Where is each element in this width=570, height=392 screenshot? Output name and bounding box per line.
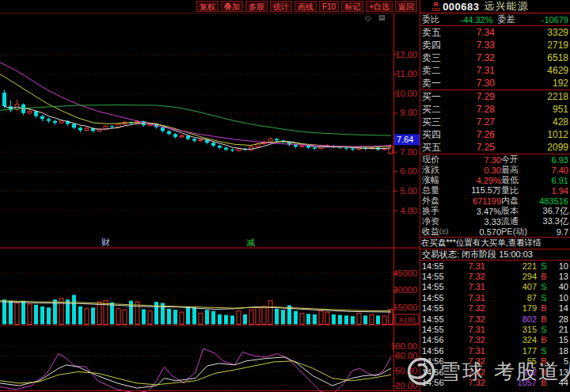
bid-row[interactable]: 买二7.28951 [420, 103, 570, 116]
ask-row[interactable]: 卖四7.332719 [420, 39, 570, 51]
tape-row[interactable]: 14:557.3187S10 [420, 292, 570, 303]
svg-text:5.00: 5.00 [401, 186, 417, 196]
svg-text:50.00: 50.00 [395, 366, 417, 375]
tick-trade-list[interactable]: 14:557.31221S1014:557.32294B1314:557.314… [420, 261, 570, 392]
svg-text:20.00: 20.00 [395, 381, 417, 390]
ask-levels: 卖五7.343329卖四7.332719卖三7.326518卖二7.314629… [420, 26, 570, 90]
diamond-marker-icon[interactable]: ◇ [365, 14, 371, 22]
tape-count: 13 [551, 367, 568, 377]
big-order-notice-link[interactable]: 在买盘***位置有大买单,查看详情 [420, 238, 570, 249]
bid-row-label: 买三 [422, 116, 450, 129]
tape-row[interactable]: 14:567.321057B44 [420, 377, 570, 387]
ask-row-qty: 4629 [495, 65, 568, 76]
bid-row-price: 7.27 [450, 116, 495, 127]
quote-label: PE(动) [501, 226, 527, 238]
svg-text:11.00: 11.00 [396, 69, 417, 78]
svg-text:财: 财 [101, 238, 110, 247]
candles-layer [2, 89, 393, 154]
tape-row[interactable]: 14:567.31177S18 [420, 345, 570, 356]
bid-row-price: 7.29 [450, 91, 495, 102]
weicha-value: -10679 [515, 15, 569, 25]
tape-price: 7.31 [450, 346, 485, 356]
adjust-price-button[interactable]: 复权 [196, 1, 218, 12]
tape-row[interactable]: 14:557.32802B28 [420, 314, 570, 324]
bid-row[interactable]: 买四7.261012 [420, 128, 570, 141]
ask-row-label: 卖一 [422, 77, 450, 90]
weibi-label: 委比 [422, 13, 439, 25]
statistics-button[interactable]: 统计 [270, 1, 292, 12]
overlay-button[interactable]: 叠加 [221, 1, 243, 12]
svg-text:7.64: 7.64 [397, 135, 413, 144]
ask-row-price: 7.33 [450, 40, 495, 51]
tape-volume: 324 [485, 335, 537, 344]
tape-row[interactable]: 14:557.31221S10 [420, 261, 570, 271]
tape-volume: 177 [485, 346, 537, 356]
tape-row[interactable]: 14:557.31407S40 [420, 282, 570, 292]
stock-header[interactable]: R 1000 000683 远兴能源 [420, 0, 570, 13]
f10-info-button[interactable]: F10 [319, 1, 339, 12]
bid-row-price: 7.28 [450, 104, 495, 115]
ask-row-price: 7.31 [450, 65, 495, 76]
svg-text:80.00: 80.00 [395, 351, 417, 360]
tape-time: 14:55 [422, 261, 450, 271]
bid-row[interactable]: 买三7.27428 [420, 116, 570, 128]
tape-price: 7.32 [450, 272, 485, 281]
tape-row[interactable]: 14:567.32324B15 [420, 335, 570, 345]
draw-line-button[interactable]: 画线 [294, 1, 317, 12]
ask-row[interactable]: 卖一7.30192 [420, 77, 570, 89]
ask-row-qty: 2719 [495, 40, 568, 51]
tape-direction: B [537, 335, 551, 344]
tape-direction: S [537, 261, 551, 271]
tape-row[interactable]: 14:567.32302B13 [420, 367, 570, 377]
ask-row[interactable]: 卖二7.314629 [420, 64, 570, 77]
tape-row[interactable]: 14:557.32294B13 [420, 271, 570, 281]
kline-chart[interactable]: 12.0011.0010.009.007.006.005.004.00财减7.6… [0, 0, 420, 392]
back-button[interactable]: 返回 [395, 1, 417, 12]
tape-count: 10 [551, 293, 568, 303]
tape-row[interactable]: 14:557.31315S21 [420, 324, 570, 334]
ma-lines-layer [0, 63, 391, 150]
bid-row[interactable]: 买五7.252099 [420, 141, 570, 154]
quote-summary-grid: 现价7.30今开6.93涨跌0.30最高7.40涨幅4.29%最低6.91总量1… [420, 154, 570, 238]
tape-price: 7.32 [450, 303, 485, 313]
note-marker-icon[interactable]: ▤ [378, 13, 386, 21]
tape-direction: B [537, 272, 551, 281]
stock-name: 远兴能源 [484, 0, 529, 13]
tape-time: 14:55 [422, 325, 450, 334]
ask-row[interactable]: 卖三7.326518 [420, 51, 570, 64]
tape-time: 14:55 [422, 293, 450, 303]
quote-pair: PE(动)9.7 [501, 226, 568, 238]
tape-volume: 179 [485, 303, 537, 313]
quote-panel: R 1000 000683 远兴能源 委比 -44.32% 委差 -10679 … [420, 0, 570, 392]
bid-row[interactable]: 买一7.292218 [420, 90, 570, 103]
tape-row[interactable]: 14:567.3255B5 [420, 356, 570, 367]
bid-row-qty: 1012 [495, 129, 568, 140]
svg-text:100.00: 100.00 [390, 341, 417, 351]
chart-pane: 12.0011.0010.009.007.006.005.004.00财减7.6… [0, 0, 420, 392]
tape-price: 7.32 [450, 367, 485, 377]
tape-volume: 315 [485, 325, 537, 334]
multi-stock-button[interactable]: 多股 [245, 1, 268, 12]
svg-text:45000: 45000 [393, 268, 417, 278]
quote-value: 3.47% [439, 207, 501, 216]
ask-row-label: 卖五 [422, 26, 450, 40]
trading-status-row: 交易状态: 闭市阶段 15:00:03 [420, 249, 570, 261]
add-watchlist-button[interactable]: +自选 [366, 1, 393, 12]
bid-row-price: 7.26 [450, 129, 495, 140]
ask-row[interactable]: 卖五7.343329 [420, 26, 570, 39]
bid-row-qty: 951 [495, 104, 568, 115]
tape-row[interactable]: 14:557.32179B14 [420, 303, 570, 314]
quote-value: 7.30 [439, 155, 501, 165]
tape-count: 28 [551, 314, 568, 324]
tape-price: 7.32 [450, 356, 485, 366]
ask-row-label: 卖二 [422, 64, 450, 78]
tape-volume: 802 [485, 314, 537, 324]
tape-price: 7.31 [450, 261, 485, 271]
margin-flag: R 1000 [431, 2, 440, 12]
bid-row-label: 买二 [422, 103, 450, 116]
pane-separators [0, 13, 420, 391]
mark-button[interactable]: 标记 [341, 1, 363, 12]
bid-row-price: 7.25 [450, 142, 495, 153]
tape-volume: 302 [485, 367, 537, 377]
svg-text:4.00: 4.00 [401, 206, 417, 215]
